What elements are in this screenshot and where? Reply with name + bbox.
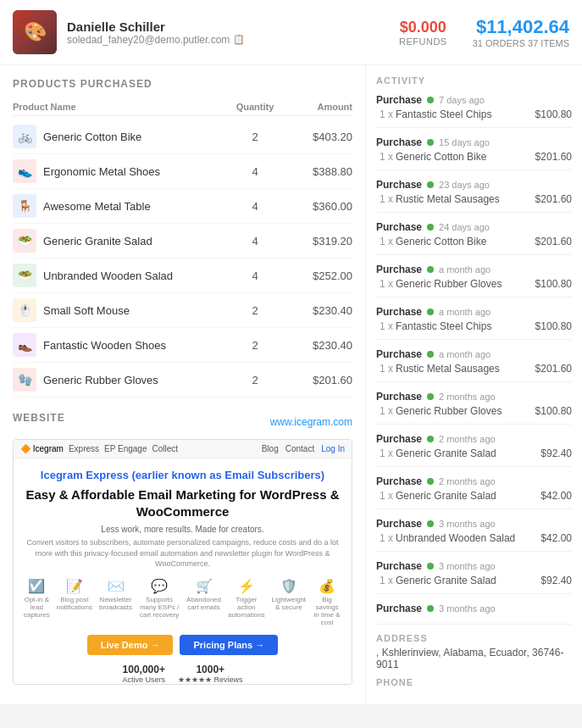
- table-row[interactable]: 🥗 Generic Granite Salad 4 $319.20: [13, 224, 352, 258]
- product-quantity: 2: [225, 374, 285, 386]
- user-info: Danielle Schiller soledad_fahey20@demo.p…: [67, 19, 399, 46]
- activity-detail: 1 xGeneric Cotton Bike $201.60: [376, 151, 572, 163]
- table-row[interactable]: 🧤 Generic Rubber Gloves 2 $201.60: [13, 363, 352, 397]
- activity-item: Purchase 15 days ago 1 xGeneric Cotton B…: [376, 136, 572, 170]
- address-text: , Kshlerinview, Alabama, Ecuador, 36746-…: [376, 647, 572, 670]
- table-row[interactable]: 🪑 Awesome Metal Table 4 $360.00: [13, 189, 352, 224]
- preview-stats: 100,000+Active Users1000+★★★★★ Reviews: [24, 664, 341, 684]
- activity-time: a month ago: [439, 349, 491, 359]
- activity-item: Purchase 2 months ago 1 xGeneric Rubber …: [376, 391, 572, 425]
- website-url[interactable]: www.icegram.com: [270, 416, 352, 428]
- activity-type: Purchase: [376, 560, 422, 572]
- activity-dot: [427, 436, 434, 442]
- preview-headline: Easy & Affordable Email Marketing for Wo…: [24, 486, 341, 520]
- link-contact[interactable]: Contact: [285, 444, 314, 453]
- activity-detail: 1 xFantastic Steel Chips $100.80: [376, 108, 572, 120]
- table-row[interactable]: 🍟 Fantastic Steel Chips 2 $201.60: [13, 397, 352, 399]
- preview-brand: Icegram Express (earlier known as Email …: [24, 469, 341, 481]
- feature-icon-item: ✉️Newsletter broadcasts: [99, 578, 132, 626]
- activity-type: Purchase: [376, 306, 422, 318]
- website-section-title: WEBSITE: [13, 412, 65, 424]
- activity-detail: 1 xFantastic Steel Chips $100.80: [376, 320, 572, 332]
- activity-time: 2 months ago: [439, 392, 496, 402]
- activity-type: Purchase: [376, 221, 422, 233]
- activity-item: Purchase 23 days ago 1 xRustic Metal Sau…: [376, 179, 572, 213]
- preview-navbar: 🔶 Icegram Express EP Engage Collect Blog…: [14, 440, 352, 458]
- feature-icon-item: ⚡Trigger action automations: [228, 578, 265, 626]
- table-row[interactable]: 🚲 Generic Cotton Bike 2 $403.20: [13, 119, 352, 154]
- activity-dot: [427, 605, 434, 612]
- nav-collect[interactable]: Collect: [152, 444, 178, 453]
- activity-dot: [427, 520, 434, 527]
- activity-type: Purchase: [376, 475, 422, 487]
- activity-item: Purchase 2 months ago 1 xGeneric Granite…: [376, 475, 572, 509]
- activity-type: Purchase: [376, 179, 422, 191]
- product-amount: $319.20: [285, 235, 352, 247]
- table-row[interactable]: 👞 Fantastic Wooden Shoes 2 $230.40: [13, 328, 352, 363]
- activity-item-header: Purchase 15 days ago: [376, 136, 572, 148]
- activity-item: Purchase 3 months ago 1 xGeneric Granite…: [376, 560, 572, 594]
- activity-dot: [427, 308, 434, 315]
- product-name: Generic Granite Salad: [43, 235, 225, 247]
- activity-detail: 1 xGeneric Granite Salad $92.40: [376, 447, 572, 459]
- activity-item-header: Purchase a month ago: [376, 306, 572, 318]
- address-label: ADDRESS: [376, 633, 572, 643]
- table-header: Product Name Quantity Amount: [13, 98, 352, 116]
- product-quantity: 4: [225, 235, 285, 247]
- activity-dot: [427, 478, 434, 485]
- nav-icegram[interactable]: 🔶 Icegram: [20, 444, 64, 453]
- product-quantity: 2: [225, 304, 285, 317]
- products-scroll[interactable]: 🚲 Generic Cotton Bike 2 $403.20 👟 Ergono…: [13, 119, 352, 399]
- col-qty-header: Quantity: [225, 102, 285, 112]
- feature-icon-item: ☑️Opt-in & lead captures: [24, 578, 50, 626]
- activity-item-header: Purchase 3 months ago: [376, 518, 572, 530]
- activity-product: 1 xFantastic Steel Chips: [380, 108, 491, 120]
- product-name: Ergonomic Metal Shoes: [43, 165, 225, 178]
- activity-product: 1 xGeneric Granite Salad: [380, 575, 496, 586]
- activity-item-header: Purchase 3 months ago: [376, 560, 572, 572]
- table-row[interactable]: 🖱️ Small Soft Mouse 2 $230.40: [13, 293, 352, 328]
- nav-express[interactable]: Express: [69, 444, 99, 453]
- nav-engage[interactable]: EP Engage: [104, 444, 147, 453]
- activity-dot: [427, 266, 434, 273]
- activity-amount: $100.80: [535, 320, 572, 332]
- preview-links: Blog Contact Log In: [262, 444, 345, 453]
- activity-title: ACTIVITY: [376, 75, 572, 86]
- table-row[interactable]: 🥗 Unbranded Wooden Salad 4 $252.00: [13, 258, 352, 293]
- link-login[interactable]: Log In: [321, 444, 345, 453]
- activity-dot: [427, 97, 434, 103]
- activity-product: 1 xRustic Metal Sausages: [380, 193, 500, 205]
- activity-detail: 1 xGeneric Rubber Gloves $100.80: [376, 405, 572, 417]
- activity-item: Purchase a month ago 1 xFantastic Steel …: [376, 306, 572, 340]
- activity-item-header: Purchase 2 months ago: [376, 433, 572, 445]
- activity-item-header: Purchase 24 days ago: [376, 221, 572, 233]
- activity-amount: $100.80: [535, 405, 572, 417]
- activity-amount: $201.60: [535, 363, 572, 375]
- avatar-image: 🎨: [13, 10, 57, 54]
- activity-item: Purchase 7 days ago 1 xFantastic Steel C…: [376, 94, 572, 128]
- activity-item: Purchase 24 days ago 1 xGeneric Cotton B…: [376, 221, 572, 255]
- activity-type: Purchase: [376, 264, 422, 275]
- pricing-plans-button[interactable]: Pricing Plans →: [180, 635, 278, 655]
- link-blog[interactable]: Blog: [262, 444, 279, 453]
- activity-dot: [427, 563, 434, 570]
- activity-time: 3 months ago: [439, 603, 496, 614]
- activity-amount: $201.60: [535, 236, 572, 247]
- product-amount: $252.00: [285, 270, 352, 282]
- product-name: Fantastic Wooden Shoes: [43, 339, 225, 352]
- live-demo-button[interactable]: Live Demo →: [87, 635, 174, 655]
- feature-icon-item: 💰Big savings in time & cost: [313, 578, 341, 626]
- header: 🎨 Danielle Schiller soledad_fahey20@demo…: [0, 0, 582, 65]
- preview-buttons: Live Demo → Pricing Plans →: [24, 635, 341, 655]
- activity-time: 2 months ago: [439, 434, 496, 444]
- activity-type: Purchase: [376, 348, 422, 360]
- user-email: soledad_fahey20@demo.putler.com 📋: [67, 34, 399, 46]
- feature-icon-item: 🛒Abandoned cart emails: [186, 578, 221, 626]
- activity-dot: [427, 351, 434, 358]
- copy-icon[interactable]: 📋: [233, 34, 245, 45]
- feature-icon-item: 🛡️Lightweight & secure: [272, 578, 306, 626]
- phone-label: PHONE: [376, 677, 572, 687]
- product-amount: $388.80: [285, 165, 352, 178]
- activity-item-header: Purchase 23 days ago: [376, 179, 572, 191]
- table-row[interactable]: 👟 Ergonomic Metal Shoes 4 $388.80: [13, 154, 352, 189]
